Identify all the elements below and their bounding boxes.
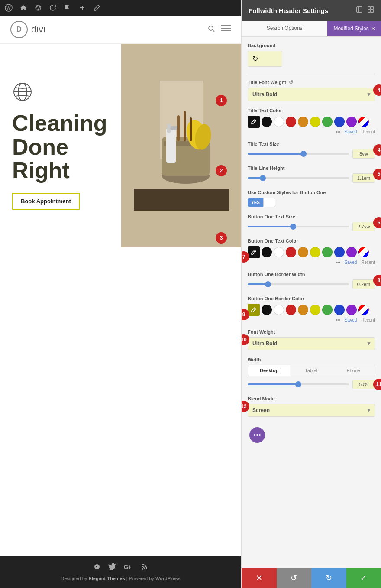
tab-modified-styles[interactable]: Modified Styles × xyxy=(327,21,381,36)
border-swatch-red[interactable] xyxy=(286,305,296,315)
color-swatch-orange[interactable] xyxy=(298,117,308,127)
title-text-size-thumb[interactable] xyxy=(300,151,307,157)
btn-swatch-orange[interactable] xyxy=(298,247,308,257)
border-swatch-purple[interactable] xyxy=(346,305,357,315)
wordpress-icon[interactable]: W xyxy=(4,3,13,12)
save-button[interactable]: ✓ xyxy=(346,568,381,588)
color-saved[interactable]: Saved xyxy=(345,130,357,134)
btn-color-saved[interactable]: Saved xyxy=(345,260,357,265)
width-track[interactable] xyxy=(248,383,349,385)
btn-swatch-black[interactable] xyxy=(262,247,272,257)
border-recent[interactable]: Recent xyxy=(361,318,375,322)
custom-styles-toggle[interactable]: YES xyxy=(248,198,375,207)
toggle-handle[interactable] xyxy=(263,198,275,207)
palette-icon[interactable] xyxy=(34,3,42,12)
btn-border-width-value[interactable]: 0.2em xyxy=(352,279,375,289)
edit-icon[interactable] xyxy=(93,3,101,12)
plus-icon[interactable] xyxy=(78,3,87,12)
reset-button[interactable]: ↺ xyxy=(277,568,312,588)
width-setting: Width Desktop Tablet Phone 50% 11 xyxy=(248,357,375,389)
border-dots[interactable]: ••• xyxy=(336,318,340,322)
font-weight-dropdown[interactable]: Ultra Bold xyxy=(248,337,375,350)
border-swatch-black[interactable] xyxy=(262,305,272,315)
border-swatch-white[interactable] xyxy=(274,305,284,315)
svg-point-38 xyxy=(254,434,255,436)
modified-tab-close[interactable]: × xyxy=(371,25,375,32)
title-font-weight-dropdown[interactable]: Ultra Bold xyxy=(248,88,375,101)
background-refresh-icon[interactable]: ↻ xyxy=(252,55,258,63)
btn-text-size-thumb[interactable] xyxy=(290,224,296,230)
border-swatch-gradient[interactable] xyxy=(358,305,369,315)
logo-d: D xyxy=(10,21,28,38)
color-swatch-green[interactable] xyxy=(322,117,333,127)
title-font-weight-reset[interactable]: ↺ xyxy=(289,79,293,85)
color-swatch-white[interactable] xyxy=(274,117,284,127)
redo-button[interactable]: ↻ xyxy=(311,568,346,588)
font-weight-dropdown-wrapper: Ultra Bold ▼ xyxy=(248,337,375,350)
googleplus-icon[interactable]: G+ xyxy=(124,563,133,572)
color-swatch-gradient[interactable] xyxy=(358,117,369,127)
more-options-button[interactable] xyxy=(249,427,265,443)
color-swatch-black[interactable] xyxy=(262,117,272,127)
color-swatch-purple[interactable] xyxy=(346,117,357,127)
color-swatch-blue[interactable] xyxy=(334,117,345,127)
btn-text-size-track[interactable] xyxy=(248,226,349,227)
color-swatch-yellow[interactable] xyxy=(310,117,320,127)
border-color-eyedropper[interactable] xyxy=(248,304,260,316)
btn-swatch-gradient[interactable] xyxy=(358,247,369,257)
btn-color-eyedropper[interactable] xyxy=(248,246,260,258)
site-logo: D divi xyxy=(10,21,45,38)
color-dots[interactable]: ••• xyxy=(336,130,340,134)
btn-swatch-purple[interactable] xyxy=(346,247,357,257)
title-line-height-value[interactable]: 1.1em xyxy=(352,173,375,183)
btn-swatch-red[interactable] xyxy=(286,247,296,257)
btn-color-dots[interactable]: ••• xyxy=(336,260,340,265)
title-font-weight-dropdown-wrapper: Ultra Bold ▼ xyxy=(248,88,375,101)
book-appointment-button[interactable]: Book Appointment xyxy=(12,193,80,210)
cancel-button[interactable]: ✕ xyxy=(242,568,277,588)
menu-icon[interactable] xyxy=(221,25,231,35)
width-tab-phone[interactable]: Phone xyxy=(333,365,375,376)
border-swatch-blue[interactable] xyxy=(334,305,345,315)
home-icon[interactable] xyxy=(19,3,28,12)
title-text-size-track[interactable] xyxy=(248,153,349,155)
title-line-height-track[interactable] xyxy=(248,177,349,179)
btn-border-width-slider-row: 0.2em xyxy=(248,279,375,289)
panel-grid-icon[interactable] xyxy=(367,6,374,15)
border-saved[interactable]: Saved xyxy=(345,318,357,322)
width-tab-desktop[interactable]: Desktop xyxy=(248,365,290,376)
btn-border-width-thumb[interactable] xyxy=(265,281,271,287)
flag-icon[interactable] xyxy=(63,3,72,12)
color-recent[interactable]: Recent xyxy=(361,130,375,134)
color-swatch-red[interactable] xyxy=(286,117,296,127)
btn-swatch-green[interactable] xyxy=(322,247,333,257)
rss-icon[interactable] xyxy=(141,563,148,572)
width-fill xyxy=(248,383,298,385)
width-tab-tablet[interactable]: Tablet xyxy=(290,365,332,376)
blend-mode-dropdown[interactable]: Screen xyxy=(248,404,375,417)
search-icon[interactable] xyxy=(207,25,215,35)
svg-point-4 xyxy=(39,6,40,7)
btn-color-recent[interactable]: Recent xyxy=(361,260,375,265)
refresh-icon[interactable] xyxy=(48,3,57,12)
facebook-icon[interactable] xyxy=(94,563,100,572)
svg-rect-34 xyxy=(368,7,370,9)
border-swatch-yellow[interactable] xyxy=(310,305,320,315)
border-swatch-green[interactable] xyxy=(322,305,333,315)
btn-swatch-yellow[interactable] xyxy=(310,247,320,257)
btn-swatch-blue[interactable] xyxy=(334,247,345,257)
width-value[interactable]: 50% xyxy=(352,380,375,389)
btn-border-width-track[interactable] xyxy=(248,283,349,285)
btn-swatch-white[interactable] xyxy=(274,247,284,257)
width-thumb[interactable] xyxy=(295,381,301,387)
btn-border-color-label: Button One Border Color xyxy=(248,296,375,301)
panel-resize-icon[interactable] xyxy=(356,6,363,15)
title-text-size-value[interactable]: 8vw xyxy=(352,149,375,159)
title-line-height-thumb[interactable] xyxy=(260,175,266,181)
background-color-box[interactable]: ↻ xyxy=(248,51,282,67)
border-swatch-orange[interactable] xyxy=(298,305,308,315)
twitter-icon[interactable] xyxy=(108,563,116,572)
tab-search-options[interactable]: Search Options xyxy=(242,21,327,36)
title-color-eyedropper[interactable] xyxy=(248,116,260,128)
btn-text-size-value[interactable]: 2.7vw xyxy=(352,222,375,231)
